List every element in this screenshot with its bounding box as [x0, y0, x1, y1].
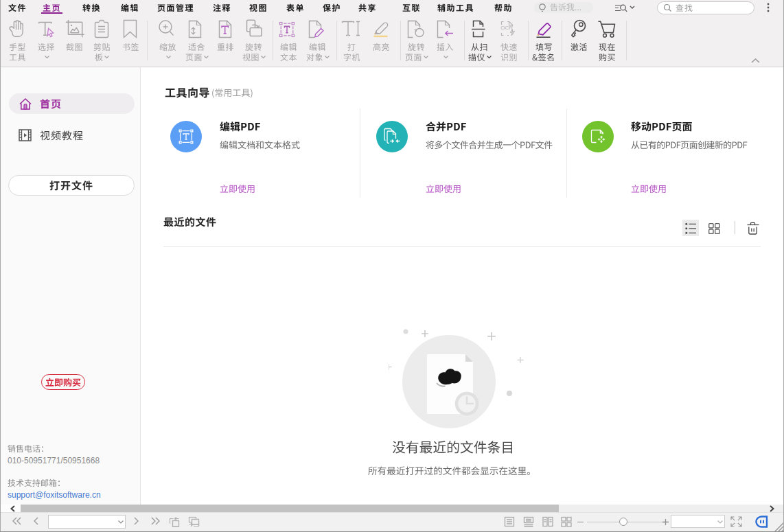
svg-text:OCR: OCR — [500, 25, 513, 31]
